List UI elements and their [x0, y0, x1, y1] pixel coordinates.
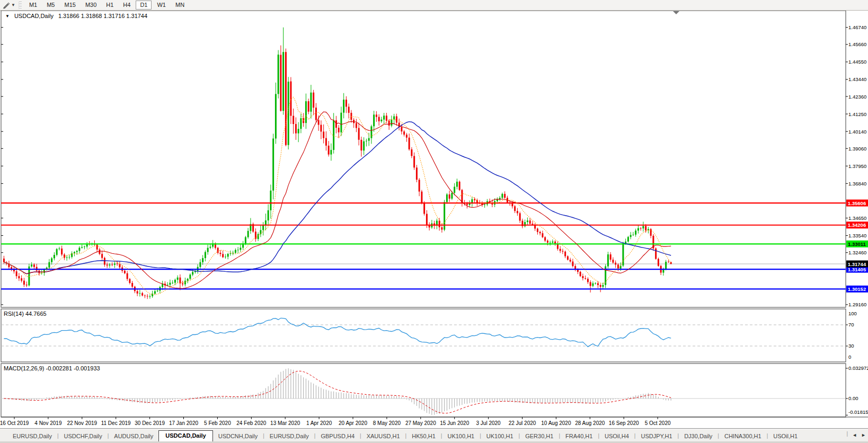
- axis-text: 1.33011: [848, 241, 866, 247]
- chart-title: ▼ USDCAD,Daily 1.31866 1.31868 1.31716 1…: [5, 13, 147, 19]
- tab-scroll-left-icon[interactable]: ◄: [852, 432, 857, 438]
- axis-text: 16 Oct 2019: [0, 420, 29, 426]
- axis-text: 8 May 2020: [373, 420, 401, 426]
- tab-uk100-h1[interactable]: UK100,H1: [481, 431, 519, 441]
- candle: [288, 77, 289, 149]
- axis-text: 1.30152: [848, 286, 866, 292]
- tab-dj30-daily[interactable]: DJ30,Daily: [679, 431, 718, 441]
- axis-text: 16 Sep 2020: [609, 420, 639, 426]
- rsi-label: RSI(14) 44.7665: [4, 311, 47, 317]
- candle: [278, 50, 279, 99]
- candle: [658, 258, 659, 267]
- candle: [285, 49, 287, 147]
- tab-gbpusd-h4[interactable]: GBPUSD,H4: [315, 431, 360, 441]
- tab-eurusd-daily[interactable]: EURUSD,Daily: [264, 431, 314, 441]
- axis-text: 1.41250: [848, 111, 866, 117]
- axis-text: 1.46740: [848, 24, 866, 30]
- tab-ger30-h1[interactable]: GER30,H1: [520, 431, 559, 441]
- timeframe-button-H1[interactable]: H1: [102, 1, 118, 10]
- axis-text: 1.45660: [848, 41, 866, 47]
- candle: [28, 264, 30, 287]
- axis-text: 11 Dec 2019: [101, 420, 131, 426]
- axis-text: 20 Apr 2020: [339, 420, 367, 426]
- axis-text: 0.032972: [848, 365, 868, 371]
- axis-text: 17 Jan 2020: [169, 420, 198, 426]
- axis-text: 1 Apr 2020: [306, 420, 332, 426]
- tab-china300-h1[interactable]: CHINA300,H1: [719, 431, 767, 441]
- axis-text: -0.018154: [848, 409, 868, 415]
- timeframe-buttons: M1M5M15M30H1H4D1W1MN: [25, 1, 189, 10]
- timeframe-button-M30[interactable]: M30: [81, 1, 101, 10]
- toolbar-gripper[interactable]: [19, 2, 22, 9]
- axis-text: 1.39060: [848, 146, 866, 152]
- axis-text: 1.44550: [848, 59, 866, 65]
- tab-eurusd-daily[interactable]: EURUSD,Daily: [7, 431, 57, 441]
- tab-fra40-h1[interactable]: FRA40,H1: [560, 431, 598, 441]
- chart-title-symbol: USDCAD,Daily: [14, 13, 54, 19]
- macd-label: MACD(12,26,9) -0.002281 -0.001933: [4, 365, 100, 371]
- axis-text: 13 Mar 2020: [270, 420, 300, 426]
- timeframe-button-M5[interactable]: M5: [42, 1, 59, 10]
- axis-text: 1.36840: [848, 181, 866, 187]
- axis-text: 24 Feb 2020: [236, 420, 267, 426]
- axis-text: 30: [848, 343, 854, 349]
- axis-text: 4 Nov 2019: [34, 420, 62, 426]
- panel-border: [1, 364, 846, 417]
- axis-text: 1.35606: [848, 200, 866, 206]
- candle: [459, 181, 460, 191]
- candle: [605, 264, 606, 288]
- tab-xauusd-h1[interactable]: XAUUSD,H1: [361, 431, 405, 441]
- candle: [622, 242, 624, 267]
- axis-text: 1.43440: [848, 76, 866, 82]
- candle: [272, 134, 274, 199]
- tab-usoil-h1[interactable]: USOil,H1: [768, 431, 803, 441]
- tab-usdcnh-daily[interactable]: USDCNH,Daily: [213, 431, 263, 441]
- symbol-tabbar: EURUSD,Daily|USDCHF,Daily|AUDUSD,DailyUS…: [0, 428, 868, 441]
- axis-text: 1.37950: [848, 163, 866, 169]
- axis-text: 27 May 2020: [405, 420, 436, 426]
- axis-text: 22 Jul 2020: [509, 420, 536, 426]
- candle: [280, 46, 281, 112]
- dropdown-caret-icon[interactable]: ▼: [11, 3, 15, 7]
- chart-title-ohlc: 1.31866 1.31868 1.31716 1.31744: [58, 13, 147, 19]
- axis-text: 10 Aug 2020: [541, 420, 571, 426]
- panel-border: [1, 11, 846, 307]
- axis-text: 1.42360: [848, 94, 866, 100]
- chart-menu-icon[interactable]: ▼: [5, 14, 10, 19]
- candle: [655, 247, 657, 260]
- tab-usdcad-daily[interactable]: USDCAD,Daily: [158, 430, 212, 441]
- axis-text: 0.00: [848, 395, 858, 401]
- candle: [444, 200, 445, 231]
- tab-scroll-arrows: | ◄ ►: [847, 431, 866, 439]
- axis-text: 15 Jun 2020: [440, 420, 469, 426]
- symbol-tabs: EURUSD,Daily|USDCHF,Daily|AUDUSD,DailyUS…: [7, 430, 803, 441]
- tab-usdchf-daily[interactable]: USDCHF,Daily: [59, 431, 108, 441]
- price-chart[interactable]: 1.467401.456601.445501.434401.423601.412…: [0, 0, 868, 428]
- tab-uk100-h1[interactable]: UK100,H1: [442, 431, 480, 441]
- timeframe-button-W1[interactable]: W1: [153, 1, 170, 10]
- tab-hk50-h1[interactable]: HK50,H1: [406, 431, 441, 441]
- timeframe-button-D1[interactable]: D1: [136, 1, 152, 10]
- tab-scroll-right-icon[interactable]: ►: [861, 432, 866, 438]
- axis-text: 100: [848, 311, 857, 316]
- mt4-terminal: { "toolbar": { "timeframes": ["M1","M5",…: [0, 0, 868, 443]
- axis-text: 1.34650: [848, 215, 866, 221]
- axis-text: 70: [848, 322, 854, 327]
- axis-text: 0: [848, 354, 851, 360]
- line-studies-icon[interactable]: [2, 1, 11, 10]
- tab-usoil-h4[interactable]: USOil,H4: [599, 431, 634, 441]
- axis-text: 1.34206: [848, 222, 866, 228]
- axis-text: 1.31744: [848, 261, 866, 267]
- timeframe-button-M15[interactable]: M15: [60, 1, 79, 10]
- timeframe-button-H4[interactable]: H4: [119, 1, 135, 10]
- axis-text: 3 Jul 2020: [476, 420, 501, 426]
- axis-text: 1.32460: [848, 250, 866, 255]
- candle: [421, 190, 422, 204]
- axis-text: 30 Dec 2019: [135, 420, 165, 426]
- axis-text: 5 Feb 2020: [204, 420, 231, 426]
- timeframe-button-M1[interactable]: M1: [25, 1, 41, 10]
- tab-usdjpy-h1[interactable]: USDJPY,H1: [635, 431, 677, 441]
- tab-audusd-daily[interactable]: AUDUSD,Daily: [109, 431, 158, 441]
- axis-text: 5 Oct 2020: [645, 420, 671, 426]
- timeframe-button-MN[interactable]: MN: [171, 1, 189, 10]
